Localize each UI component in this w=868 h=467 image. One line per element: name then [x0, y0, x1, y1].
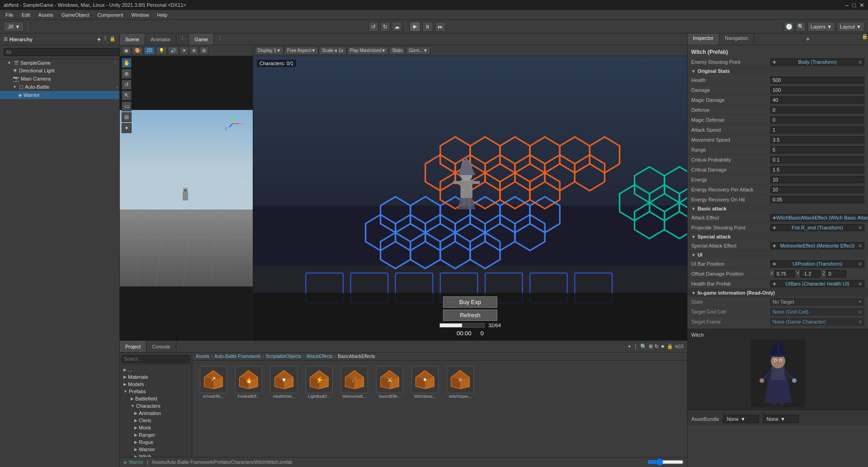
hierarchy-more-icon[interactable]: ⋮ — [103, 36, 108, 43]
section-collapse-arrow[interactable]: ▼ — [691, 206, 696, 211]
hierarchy-item-samplegame[interactable]: ▼ 🎬 SampleGame ⋮ — [0, 59, 119, 67]
hierarchy-options-icon[interactable]: ⋮ — [113, 61, 118, 66]
scene-light-btn[interactable]: 💡 — [156, 47, 167, 55]
section-collapse-arrow[interactable]: ▼ — [691, 234, 696, 239]
obj-ref-target-icon[interactable]: ⊙ — [859, 60, 862, 64]
range-value[interactable] — [770, 146, 864, 153]
energyrechit-value[interactable] — [770, 196, 864, 203]
game-more-btn[interactable]: ⋮ — [214, 33, 226, 45]
scene-skybox-btn[interactable]: ⊕ — [189, 47, 198, 55]
obj-ref-target-icon[interactable]: ⊙ — [859, 310, 862, 314]
magicdamage-value[interactable] — [770, 96, 864, 104]
game-scale-btn[interactable]: Scale ● 1x — [319, 47, 346, 55]
section-collapse-arrow[interactable]: ▼ — [691, 253, 696, 257]
tab-animator[interactable]: Animator — [145, 33, 176, 45]
asset-tree-witch[interactable]: ▶ Witch — [120, 453, 192, 457]
inspector-attackeffect-value[interactable]: ◈ WitchBasicAttackEffect (Witch Basic At… — [770, 214, 868, 221]
inspector-specialeffect-value[interactable]: ◈ MetreoriteEffect (Meteorite Effect) ⊙ — [770, 242, 864, 249]
asset-search-input[interactable] — [122, 355, 190, 363]
project-filter-btn[interactable]: ⊞ — [649, 343, 653, 349]
search-toolbar-btn[interactable]: 🔍 — [796, 22, 806, 32]
inspector-lock-icon[interactable]: 🔒 — [862, 33, 868, 45]
movespeed-value[interactable] — [770, 136, 864, 143]
hierarchy-collapse[interactable]: ☰ — [4, 37, 8, 42]
scene-display-btn[interactable]: ◉ — [122, 47, 131, 55]
hierarchy-add-icon[interactable]: + — [97, 36, 101, 43]
inspector-enemy-shooting-value[interactable]: ◈ Body (Transform) ⊙ — [770, 58, 864, 66]
window-controls[interactable]: – □ ✕ — [845, 2, 864, 9]
hand-tool[interactable]: ✋ — [122, 58, 132, 68]
asset-item-meteoriteeffect[interactable]: ☄ MetreoriteE... — [339, 366, 370, 452]
redo-btn[interactable]: ↻ — [380, 22, 390, 32]
asset-tree-item[interactable]: ▶ ... — [120, 366, 192, 373]
tab-game[interactable]: Game — [189, 33, 214, 45]
tab-navigation[interactable]: Navigation — [719, 33, 754, 45]
damage-value[interactable] — [770, 86, 864, 94]
critdmg-value[interactable] — [770, 166, 864, 173]
obj-ref-target-icon[interactable]: ⊙ — [859, 262, 862, 266]
offset-x-input[interactable] — [774, 270, 795, 277]
zoom-slider[interactable] — [647, 458, 684, 466]
layers-dropdown[interactable]: Layers ▼ — [807, 22, 835, 32]
asset-item-fireballeffect[interactable]: 🔥 FireBallEff... — [233, 366, 264, 452]
magicdefense-value[interactable] — [770, 116, 864, 124]
asset-tree-rogue[interactable]: ▶ Rogue — [120, 438, 192, 446]
energyrecatk-value[interactable] — [770, 186, 864, 193]
move-tool[interactable]: ⊕ — [122, 69, 132, 79]
asset-tree-prefabs[interactable]: ▼ Prefabs — [120, 388, 192, 395]
defense-value[interactable] — [770, 106, 864, 114]
obj-ref-target-icon[interactable]: ⊙ — [859, 225, 862, 230]
game-gizmos-btn[interactable]: Gizm...▼ — [406, 47, 430, 55]
inspector-healthbar-value[interactable]: ◈ UIBars (Character Health UI) ⊙ — [770, 280, 864, 287]
rect-tool[interactable]: ▭ — [122, 101, 132, 111]
section-collapse-arrow[interactable]: ▼ — [691, 291, 696, 295]
asset-tree-materials[interactable]: ▶ Materials — [120, 373, 192, 381]
game-display-btn[interactable]: Display 1▼ — [255, 47, 283, 55]
hierarchy-item-warrior[interactable]: ◈ Warrior — [0, 91, 119, 99]
asset-bundle-dropdown1[interactable]: None ▼ — [723, 415, 759, 423]
state-dropdown[interactable]: No Target ▼ — [770, 298, 864, 305]
account-btn[interactable]: JR ▼ — [4, 22, 24, 32]
menu-file[interactable]: File — [2, 11, 17, 19]
tab-project[interactable]: Project — [120, 341, 146, 352]
asset-item-lightbateffect[interactable]: ⚡ LightBatEf... — [303, 366, 335, 452]
hierarchy-lock-icon[interactable]: 🔒 — [109, 36, 116, 43]
undo-btn[interactable]: ↺ — [368, 22, 378, 32]
hierarchy-search[interactable] — [4, 48, 119, 56]
menu-help[interactable]: Help — [153, 11, 171, 19]
project-more-btn[interactable]: ⋮ — [633, 343, 638, 350]
scene-grid-btn[interactable]: ⊞ — [199, 47, 208, 55]
scene-fx-btn[interactable]: ✦ — [179, 47, 189, 55]
menu-edit[interactable]: Edit — [18, 11, 34, 19]
play-btn[interactable]: ▶ — [410, 22, 420, 32]
obj-ref-target-icon[interactable]: ⊙ — [859, 319, 862, 324]
expand-icon[interactable]: › — [116, 85, 118, 90]
energy-value[interactable] — [770, 176, 864, 183]
asset-item-witchspecial[interactable]: ✧ WitchSpec... — [444, 366, 476, 452]
minimize-btn[interactable]: – — [845, 2, 849, 9]
hierarchy-item-autobattle[interactable]: ▼ ◻ Auto-Battle › — [0, 83, 119, 91]
history-btn[interactable]: 🕐 — [784, 22, 794, 32]
asset-item-swordeffect[interactable]: ⚔ SwordEffe... — [374, 366, 406, 452]
menu-window[interactable]: Window — [127, 11, 152, 19]
project-favorite-btn[interactable]: ★ — [660, 343, 665, 349]
asset-tree-animation[interactable]: ▶ Animation — [120, 410, 192, 417]
project-lock-btn[interactable]: 🔒 — [667, 343, 673, 349]
offset-z-input[interactable] — [826, 270, 846, 277]
scene-more-btn[interactable]: ⋮ — [176, 33, 189, 45]
rotate-tool[interactable]: ↺ — [122, 80, 132, 90]
asset-tree-characters[interactable]: ▼ Characters — [120, 402, 192, 410]
asset-tree-cleric[interactable]: ▶ Cleric — [120, 417, 192, 424]
transform-tool[interactable]: ⊞ — [122, 112, 132, 122]
asset-item-witchbasic[interactable]: ✦ WitchBasi... — [409, 366, 441, 452]
inspector-targetframe-value[interactable]: None (Game Character) ⊙ — [770, 318, 864, 325]
asset-tree-models[interactable]: ▶ Models — [120, 381, 192, 388]
hierarchy-item-directionallight[interactable]: ☀ Directional Light — [0, 67, 119, 75]
menu-assets[interactable]: Assets — [35, 11, 57, 19]
critprob-value[interactable] — [770, 156, 864, 163]
inspector-plus-btn[interactable]: + — [802, 33, 813, 45]
asset-tree-battlefield[interactable]: ▶ Battlefield — [120, 395, 192, 402]
project-search-icon[interactable]: 🔍 — [640, 343, 647, 350]
hierarchy-item-maincamera[interactable]: 📷 Main Camera — [0, 75, 119, 83]
scene-render-btn[interactable]: 🎨 — [132, 47, 143, 55]
